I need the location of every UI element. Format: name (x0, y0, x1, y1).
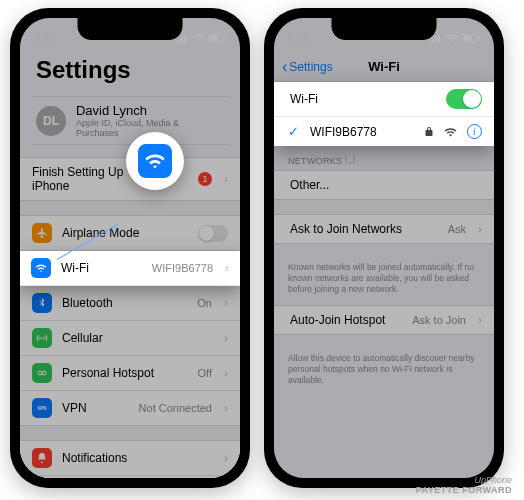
chevron-right-icon: › (224, 296, 228, 310)
status-time: 1:51 (34, 32, 56, 44)
bluetooth-icon (32, 293, 52, 313)
account-row[interactable]: DL David Lynch Apple ID, iCloud, Media &… (30, 96, 230, 145)
chevron-right-icon: › (224, 366, 228, 380)
navbar: ‹ Settings Wi-Fi (274, 52, 494, 82)
svg-point-3 (38, 371, 42, 375)
sounds-row[interactable]: Sounds & Haptics › (20, 476, 240, 478)
auto-note: Allow this device to automatically disco… (274, 349, 494, 396)
chevron-right-icon: › (478, 313, 482, 327)
hotspot-value: Off (198, 367, 212, 379)
chevron-right-icon: › (224, 331, 228, 345)
battery-icon (462, 34, 480, 43)
airplane-mode-row[interactable]: Airplane Mode (20, 216, 240, 251)
chevron-left-icon: ‹ (282, 58, 287, 76)
hotspot-row[interactable]: Personal Hotspot Off › (20, 356, 240, 391)
hotspot-icon (32, 363, 52, 383)
chevron-right-icon: › (224, 172, 228, 186)
svg-rect-8 (478, 36, 480, 39)
status-icons (175, 33, 226, 43)
back-label: Settings (289, 60, 332, 74)
phone-left: 1:51 Settings DL David Lynch Apple ID, i… (10, 8, 250, 488)
wifi-row[interactable]: Wi-Fi WIFI9B6778 › (20, 251, 240, 286)
other-network-row[interactable]: Other... (274, 171, 494, 199)
svg-rect-2 (224, 36, 226, 39)
spinner-icon (345, 154, 355, 164)
avatar: DL (36, 106, 66, 136)
connected-network-row[interactable]: ✓ WIFI9B6778 i (274, 117, 494, 146)
phone-right: 1:51 ‹ Settings Wi-Fi Wi-Fi (264, 8, 504, 488)
auto-value: Ask to Join (412, 314, 466, 326)
back-button[interactable]: ‹ Settings (282, 58, 333, 76)
lock-icon (424, 126, 434, 137)
account-name: David Lynch (76, 103, 224, 118)
ask-label: Ask to Join Networks (286, 222, 438, 236)
wifi-toggle-label: Wi-Fi (286, 92, 436, 106)
chevron-right-icon: › (224, 401, 228, 415)
wifi-label: Wi-Fi (61, 261, 142, 275)
chevron-right-icon: › (225, 261, 229, 275)
airplane-toggle[interactable] (198, 225, 228, 242)
wifi-toggle[interactable] (446, 89, 482, 109)
notifications-icon (32, 448, 52, 468)
wifi-value: WIFI9B6778 (152, 262, 213, 274)
airplane-icon (32, 223, 52, 243)
svg-rect-1 (210, 35, 218, 40)
cellular-label: Cellular (62, 331, 212, 345)
notch (332, 18, 437, 40)
networks-header: Networks (274, 146, 494, 170)
notch (78, 18, 183, 40)
vpn-value: Not Connected (139, 402, 212, 414)
connected-network-name: WIFI9B6778 (310, 125, 414, 139)
wifi-icon (138, 144, 172, 178)
hotspot-label: Personal Hotspot (62, 366, 188, 380)
wifi-status-icon (446, 33, 459, 43)
svg-rect-7 (464, 35, 472, 40)
vpn-row[interactable]: VPN VPN Not Connected › (20, 391, 240, 425)
cellular-row[interactable]: Cellular › (20, 321, 240, 356)
vpn-label: VPN (62, 401, 129, 415)
finish-setup-row[interactable]: Finish Setting Up Your iPhone 1 › (20, 158, 240, 200)
wifi-signal-icon (444, 127, 457, 137)
svg-text:VPN: VPN (37, 406, 46, 411)
other-label: Other... (286, 178, 482, 192)
cellular-icon (32, 328, 52, 348)
vpn-icon: VPN (32, 398, 52, 418)
wifi-icon (31, 258, 51, 278)
auto-join-row[interactable]: Auto-Join Hotspot Ask to Join › (274, 306, 494, 334)
check-icon: ✓ (286, 124, 300, 139)
wifi-toggle-row: Wi-Fi (274, 82, 494, 117)
page-title: Settings (20, 52, 240, 92)
ask-to-join-row[interactable]: Ask to Join Networks Ask › (274, 215, 494, 243)
airplane-label: Airplane Mode (62, 226, 188, 240)
notifications-label: Notifications (62, 451, 212, 465)
ask-value: Ask (448, 223, 466, 235)
ask-note: Known networks will be joined automatica… (274, 258, 494, 305)
status-icons (429, 33, 480, 43)
battery-icon (208, 34, 226, 43)
bluetooth-row[interactable]: Bluetooth On › (20, 286, 240, 321)
status-time: 1:51 (288, 32, 310, 44)
chevron-right-icon: › (478, 222, 482, 236)
nav-title: Wi-Fi (368, 59, 400, 74)
wifi-status-icon (192, 33, 205, 43)
notifications-row[interactable]: Notifications › (20, 441, 240, 476)
bluetooth-value: On (197, 297, 212, 309)
wifi-callout (126, 132, 184, 190)
auto-label: Auto-Join Hotspot (286, 313, 402, 327)
badge: 1 (198, 172, 212, 186)
info-button[interactable]: i (467, 124, 482, 139)
watermark: UpPhonePAYETTE FORWARD (416, 476, 512, 496)
bluetooth-label: Bluetooth (62, 296, 187, 310)
svg-point-4 (42, 371, 46, 375)
chevron-right-icon: › (224, 451, 228, 465)
